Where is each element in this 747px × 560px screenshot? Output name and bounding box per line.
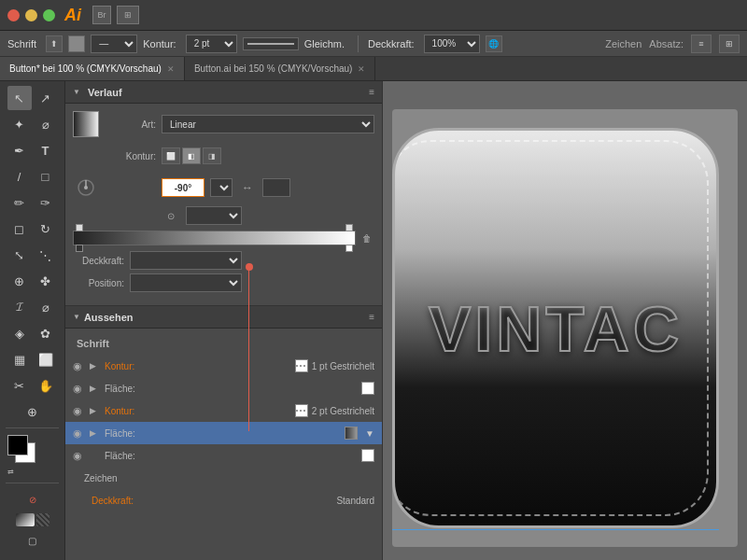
pencil-tool[interactable]: ✑ bbox=[34, 190, 58, 215]
tab-2-close[interactable]: ✕ bbox=[358, 64, 365, 74]
measure-tool[interactable]: ⌀ bbox=[34, 295, 58, 319]
canvas-area: × » VINTAC Abbild bbox=[383, 81, 747, 560]
gleichm-label: Gleichm. bbox=[304, 38, 345, 49]
trash-icon[interactable]: 🗑 bbox=[359, 231, 374, 245]
deckkraft-select[interactable]: 100% bbox=[424, 35, 480, 53]
type-tool[interactable]: T bbox=[34, 138, 58, 162]
tab-1-close[interactable]: ✕ bbox=[167, 64, 175, 74]
link-icon[interactable]: ⊙ bbox=[162, 206, 180, 225]
stroke-select[interactable]: — bbox=[91, 35, 137, 53]
eyedropper-tool[interactable]: 𝓘 bbox=[7, 295, 32, 319]
flaeche-selected-row[interactable]: ◉ ▶ Fläche: ▼ bbox=[65, 422, 382, 444]
expand-icon-1[interactable]: ▶ bbox=[90, 361, 101, 371]
eye-icon-4[interactable]: ◉ bbox=[73, 427, 86, 440]
reverse-icon[interactable]: ↔ bbox=[238, 178, 257, 197]
kontur-icon-3[interactable]: ◨ bbox=[203, 147, 221, 164]
scale-tool[interactable]: ⤡ bbox=[7, 243, 32, 267]
kontur-1pt-row[interactable]: ◉ ▶ Kontur: 1 pt Gestrichelt bbox=[65, 355, 382, 377]
grid-icon[interactable]: ⊞ bbox=[117, 6, 139, 24]
line-tool[interactable]: / bbox=[7, 164, 32, 189]
artboard-tool[interactable]: ⬜ bbox=[34, 347, 58, 371]
puppet-tool[interactable]: ✤ bbox=[34, 269, 58, 293]
eye-icon-2[interactable]: ◉ bbox=[73, 383, 86, 395]
art-label: Art: bbox=[105, 119, 156, 130]
workspace-icon[interactable]: ⊞ bbox=[719, 35, 740, 53]
symbol-tool[interactable]: ✿ bbox=[34, 321, 58, 345]
flaeche-1-row[interactable]: ◉ ▶ Fläche: bbox=[65, 377, 382, 399]
position-row: Position: bbox=[73, 273, 374, 292]
position-select[interactable] bbox=[130, 273, 242, 292]
dashed-border bbox=[392, 140, 709, 516]
rotate-tool[interactable]: ↻ bbox=[34, 217, 58, 241]
lasso-tool[interactable]: ⌀ bbox=[34, 112, 58, 136]
verlauf-panel: ▼ Verlauf ≡ Art: Linear Kontur: bbox=[65, 81, 382, 305]
shape-tool[interactable]: □ bbox=[34, 164, 58, 189]
kontur-icon-1[interactable]: ⬜ bbox=[162, 147, 180, 164]
screen-mode-icon[interactable]: ▢ bbox=[21, 528, 45, 553]
fg-swatch[interactable] bbox=[7, 435, 28, 455]
reverse-select[interactable] bbox=[262, 178, 290, 197]
panel-options-icon[interactable]: ≡ bbox=[691, 35, 712, 53]
zoom-tool[interactable]: ⊕ bbox=[21, 399, 45, 424]
tab-1-label: Button* bei 100 % (CMYK/Vorschau) bbox=[9, 63, 162, 74]
fill-icon[interactable] bbox=[68, 35, 85, 52]
close-button[interactable] bbox=[7, 9, 20, 21]
kontur-1-label: Kontur: bbox=[105, 361, 291, 371]
pen-tool[interactable]: ✒ bbox=[7, 138, 32, 162]
zeichen-link[interactable]: Zeichen bbox=[605, 38, 641, 49]
kontur-2pt-row[interactable]: ◉ ▶ Kontur: 2 pt Gestrichelt bbox=[65, 399, 382, 422]
flaeche-3-row[interactable]: ◉ ▶ Fläche: bbox=[65, 444, 382, 467]
magic-wand-tool[interactable]: ✦ bbox=[7, 112, 32, 136]
minimize-button[interactable] bbox=[25, 9, 37, 21]
direct-selection-tool[interactable]: ↗ bbox=[34, 86, 58, 110]
aspect-row: ⊙ bbox=[73, 206, 374, 225]
globe-icon[interactable]: 🌐 bbox=[486, 35, 502, 52]
eye-icon-5[interactable]: ◉ bbox=[73, 450, 86, 462]
expand-icon-3[interactable]: ▶ bbox=[90, 406, 101, 415]
warp-tool[interactable]: ⋱ bbox=[34, 243, 58, 267]
gradient-stop-left[interactable] bbox=[76, 245, 83, 252]
angle-dropdown[interactable]: ▼ bbox=[210, 178, 233, 197]
eraser-tool[interactable]: ◻ bbox=[7, 217, 32, 241]
flaeche-selected-label: Fläche: bbox=[105, 428, 341, 439]
verlauf-options-btn[interactable]: ≡ bbox=[369, 87, 374, 97]
expand-icon-4[interactable]: ▶ bbox=[90, 428, 101, 438]
absatz-link[interactable]: Absatz: bbox=[649, 38, 684, 49]
tab-2[interactable]: Button.ai bei 150 % (CMYK/Vorschau) ✕ bbox=[185, 57, 376, 80]
aspect-select[interactable] bbox=[186, 206, 242, 225]
tab-1[interactable]: Button* bei 100 % (CMYK/Vorschau) ✕ bbox=[0, 57, 185, 80]
art-select[interactable]: Linear bbox=[162, 115, 374, 133]
maximize-button[interactable] bbox=[43, 9, 55, 21]
aussehen-options-btn[interactable]: ≡ bbox=[369, 312, 374, 322]
canvas-inner[interactable]: VINTAC Abbildung: 22 bbox=[383, 81, 747, 560]
kontur-icon-2[interactable]: ◧ bbox=[182, 147, 201, 164]
swap-colors-icon[interactable]: ⇄ bbox=[7, 468, 14, 476]
free-transform-tool[interactable]: ⊕ bbox=[7, 269, 32, 293]
gradient-stop-top-right[interactable] bbox=[345, 224, 353, 231]
gradient-bar[interactable] bbox=[73, 231, 356, 245]
deckkraft-select[interactable] bbox=[130, 251, 242, 270]
align-icon[interactable]: ⬆ bbox=[46, 35, 63, 52]
gradient-stop-top-left[interactable] bbox=[76, 224, 83, 231]
expand-icon-2[interactable]: ▶ bbox=[90, 384, 101, 393]
kontur-value[interactable]: 2 pt bbox=[186, 35, 237, 53]
blend-tool[interactable]: ◈ bbox=[7, 321, 32, 345]
eye-icon-3[interactable]: ◉ bbox=[73, 405, 86, 417]
paintbrush-tool[interactable]: ✏ bbox=[7, 190, 32, 215]
kontur-label: Kontur: bbox=[143, 38, 176, 49]
aussehen-triangle-icon: ▼ bbox=[73, 313, 80, 321]
fill-pattern-icon[interactable] bbox=[36, 513, 49, 526]
hand-tool[interactable]: ✋ bbox=[34, 373, 58, 398]
eye-icon-1[interactable]: ◉ bbox=[73, 360, 86, 372]
chart-tool[interactable]: ▦ bbox=[7, 347, 32, 371]
flaeche-dropdown-icon[interactable]: ▼ bbox=[365, 428, 374, 439]
verlauf-header: ▼ Verlauf ≡ bbox=[65, 81, 382, 104]
fill-gradient-icon[interactable] bbox=[16, 513, 35, 526]
flaeche-1-color bbox=[361, 382, 374, 395]
none-icon[interactable]: ⊘ bbox=[21, 487, 45, 511]
angle-input[interactable]: -90° bbox=[162, 178, 204, 197]
none-color-row: ⊘ bbox=[4, 487, 61, 511]
slice-tool[interactable]: ✂ bbox=[7, 373, 32, 398]
gradient-stop-right[interactable] bbox=[345, 245, 353, 252]
selection-tool[interactable]: ↖ bbox=[7, 86, 32, 110]
